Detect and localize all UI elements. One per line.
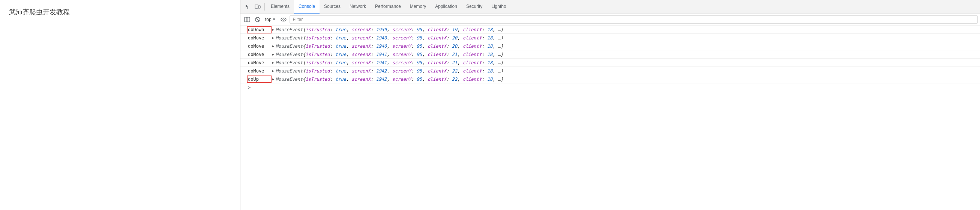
tab-console[interactable]: Console	[294, 0, 320, 13]
tab-elements[interactable]: Elements	[266, 0, 294, 13]
svg-point-8	[281, 18, 286, 21]
console-row: doMove ▶ MouseEvent {isTrusted: true, sc…	[240, 50, 980, 59]
expand-arrow-icon[interactable]: ▶	[272, 77, 274, 81]
tab-performance[interactable]: Performance	[371, 0, 406, 13]
expand-arrow-icon[interactable]: ▶	[272, 44, 274, 48]
expand-arrow-icon[interactable]: ▶	[272, 27, 274, 32]
page-title: 武沛齐爬虫开发教程	[9, 8, 70, 16]
console-row: doDown ▶ MouseEvent {isTrusted: true, sc…	[240, 26, 980, 34]
event-props: {isTrusted: true, screenX: 1942, screenY…	[303, 68, 503, 74]
event-type: MouseEvent	[276, 35, 303, 40]
context-label: top	[265, 17, 272, 22]
tab-lighthouse[interactable]: Lighthо	[487, 0, 511, 13]
tab-security[interactable]: Security	[462, 0, 487, 13]
console-row: doMove ▶ MouseEvent {isTrusted: true, sc…	[240, 67, 980, 75]
log-label[interactable]: doUp	[248, 77, 270, 82]
svg-rect-2	[258, 6, 260, 8]
log-label[interactable]: doDown	[248, 27, 270, 32]
log-label: doMove	[248, 52, 270, 57]
console-row: doUp ▶ MouseEvent {isTrusted: true, scre…	[240, 75, 980, 83]
devtools-tab-bar: Elements Console Sources Network Perform…	[240, 0, 980, 13]
event-props: {isTrusted: true, screenX: 1939, screenY…	[303, 27, 503, 32]
event-props: {isTrusted: true, screenX: 1941, screenY…	[303, 60, 503, 66]
expand-arrow-icon[interactable]: ▶	[272, 36, 274, 40]
event-props: {isTrusted: true, screenX: 1940, screenY…	[303, 43, 503, 49]
console-row: doMove ▶ MouseEvent {isTrusted: true, sc…	[240, 34, 980, 42]
expand-arrow-icon[interactable]: ▶	[272, 61, 274, 65]
log-label: doMove	[248, 60, 270, 66]
console-row: doMove ▶ MouseEvent {isTrusted: true, sc…	[240, 42, 980, 50]
tab-network[interactable]: Network	[345, 0, 371, 13]
event-props: {isTrusted: true, screenX: 1940, screenY…	[303, 35, 503, 40]
event-type: MouseEvent	[276, 68, 303, 74]
event-props: {isTrusted: true, screenX: 1941, screenY…	[303, 52, 503, 57]
chevron-down-icon: ▼	[272, 17, 276, 21]
expand-arrow-icon[interactable]: ▶	[272, 69, 274, 73]
event-props: {isTrusted: true, screenX: 1942, screenY…	[303, 77, 503, 82]
eye-icon[interactable]	[279, 15, 288, 24]
svg-line-7	[256, 18, 259, 21]
console-output: doDown ▶ MouseEvent {isTrusted: true, sc…	[240, 26, 980, 210]
event-type: MouseEvent	[276, 43, 303, 49]
tab-application[interactable]: Application	[431, 0, 462, 13]
console-rows: doDown ▶ MouseEvent {isTrusted: true, sc…	[240, 26, 980, 83]
event-type: MouseEvent	[276, 60, 303, 66]
device-toggle-icon[interactable]	[252, 2, 263, 12]
log-label: doMove	[248, 43, 270, 49]
event-type: MouseEvent	[276, 77, 303, 82]
log-label: doMove	[248, 68, 270, 74]
clear-console-icon[interactable]	[253, 15, 262, 24]
event-type: MouseEvent	[276, 27, 303, 32]
console-footer: >	[240, 83, 980, 92]
svg-rect-4	[245, 17, 247, 22]
context-selector[interactable]: top ▼	[264, 16, 278, 23]
tab-sources[interactable]: Sources	[320, 0, 345, 13]
event-type: MouseEvent	[276, 52, 303, 57]
svg-point-9	[282, 18, 284, 20]
devtools-panel: Elements Console Sources Network Perform…	[240, 0, 980, 210]
svg-rect-0	[244, 4, 245, 4]
console-toolbar: top ▼	[240, 13, 980, 26]
expand-arrow-icon[interactable]: ▶	[272, 52, 274, 56]
tab-memory[interactable]: Memory	[406, 0, 431, 13]
svg-rect-5	[247, 17, 250, 22]
filter-input[interactable]	[290, 15, 978, 24]
page-area: 武沛齐爬虫开发教程	[0, 0, 240, 210]
inspect-icon[interactable]	[242, 2, 252, 12]
console-row: doMove ▶ MouseEvent {isTrusted: true, sc…	[240, 59, 980, 67]
sidebar-toggle-icon[interactable]	[243, 15, 251, 24]
console-input-arrow[interactable]: >	[248, 85, 251, 90]
tab-divider-1	[264, 3, 265, 11]
log-label: doMove	[248, 35, 270, 40]
